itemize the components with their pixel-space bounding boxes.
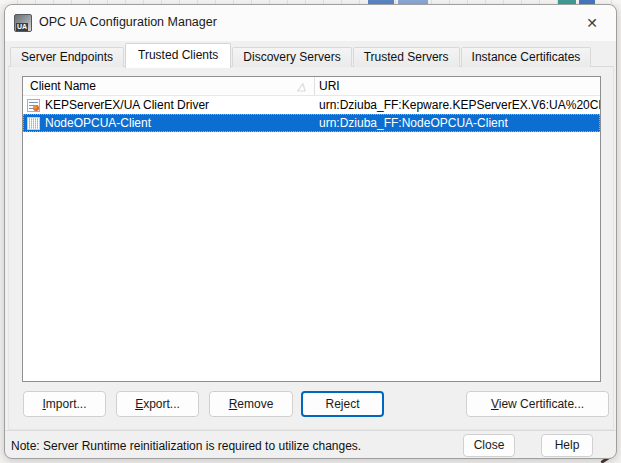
column-header-client-name[interactable]: Client Name △ <box>23 77 315 95</box>
tab-discovery-servers[interactable]: Discovery Servers <box>232 47 351 67</box>
list-header: Client Name △ URI <box>23 77 600 96</box>
remove-button-label: emove <box>237 397 273 411</box>
app-icon: UA <box>14 14 32 32</box>
reject-button[interactable]: Reject <box>301 391 384 417</box>
sort-ascending-icon: △ <box>296 77 308 95</box>
titlebar[interactable]: UA OPC UA Configuration Manager ✕ <box>5 5 616 41</box>
view-certificate-button-mnemonic: V <box>491 397 499 411</box>
column-header-uri-label: URI <box>319 79 340 93</box>
view-certificate-button[interactable]: View Certificate... <box>466 391 609 417</box>
window-title: OPC UA Configuration Manager <box>39 15 217 29</box>
client-name-cell: KEPServerEX/UA Client Driver <box>45 97 315 114</box>
app-icon-label: UA <box>16 23 28 31</box>
certificate-pending-icon <box>27 117 40 130</box>
close-icon: ✕ <box>586 16 598 30</box>
close-button[interactable]: ✕ <box>574 10 610 36</box>
bottom-divider <box>5 430 617 431</box>
remove-button-mnemonic: R <box>229 397 238 411</box>
runtime-note: Note: Server Runtime reinitialization is… <box>11 439 361 453</box>
tab-trusted-servers[interactable]: Trusted Servers <box>353 47 460 67</box>
client-name-cell: NodeOPCUA-Client <box>45 115 315 132</box>
tab-server-endpoints[interactable]: Server Endpoints <box>10 47 124 67</box>
view-certificate-button-label: iew Certificate... <box>499 397 584 411</box>
tab-instance-certificates[interactable]: Instance Certificates <box>461 47 592 67</box>
export-button-label: xport... <box>143 397 180 411</box>
help-button[interactable]: Help <box>541 434 593 457</box>
table-row-selected[interactable]: NodeOPCUA-Client urn:Dziuba_FF:NodeOPCUA… <box>23 114 600 132</box>
import-button-label: mport... <box>46 397 87 411</box>
close-dialog-button[interactable]: Close <box>463 434 515 457</box>
client-uri-cell: urn:Dziuba_FF:NodeOPCUA-Client <box>315 115 600 132</box>
tab-trusted-clients[interactable]: Trusted Clients <box>125 43 231 68</box>
tab-bar: Server Endpoints Trusted Clients Discove… <box>10 42 592 67</box>
export-button[interactable]: Export... <box>116 391 199 417</box>
export-button-mnemonic: E <box>135 397 143 411</box>
remove-button[interactable]: Remove <box>209 391 293 417</box>
import-button[interactable]: Import... <box>23 391 106 417</box>
column-header-client-name-label: Client Name <box>30 79 96 93</box>
table-row[interactable]: KEPServerEX/UA Client Driver urn:Dziuba_… <box>23 96 600 114</box>
desktop-background: UA OPC UA Configuration Manager ✕ Server… <box>0 0 621 463</box>
certificate-icon <box>27 99 40 112</box>
client-uri-cell: urn:Dziuba_FF:Kepware.KEPServerEX.V6:UA%… <box>315 97 600 114</box>
trusted-clients-list[interactable]: Client Name △ URI KEPServerEX/UA Client … <box>22 76 601 382</box>
opc-ua-configuration-manager-dialog: UA OPC UA Configuration Manager ✕ Server… <box>4 4 617 459</box>
column-header-uri[interactable]: URI <box>315 77 600 95</box>
